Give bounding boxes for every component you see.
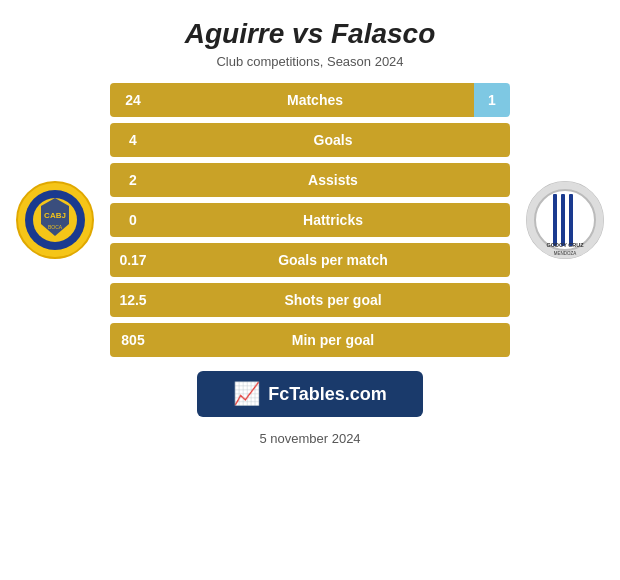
- stat-left-val-shots-per-goal: 12.5: [110, 283, 156, 317]
- fctables-banner: 📈 FcTables.com: [197, 371, 423, 417]
- right-team-logo: GODOY CRUZ MENDOZA: [510, 180, 620, 260]
- fctables-text: FcTables.com: [268, 384, 387, 405]
- stat-label-hattricks: Hattricks: [156, 203, 510, 237]
- fctables-icon: 📈: [233, 381, 260, 407]
- stat-left-val-hattricks: 0: [110, 203, 156, 237]
- subtitle: Club competitions, Season 2024: [216, 54, 403, 69]
- stat-left-val-matches: 24: [110, 83, 156, 117]
- svg-rect-9: [561, 194, 565, 246]
- stat-label-shots-per-goal: Shots per goal: [156, 283, 510, 317]
- svg-rect-8: [553, 194, 557, 246]
- svg-text:GODOY CRUZ: GODOY CRUZ: [546, 242, 584, 248]
- stat-row-min-per-goal: 805Min per goal: [110, 323, 510, 357]
- svg-text:CABJ: CABJ: [44, 211, 66, 220]
- stat-left-val-min-per-goal: 805: [110, 323, 156, 357]
- stat-row-shots-per-goal: 12.5Shots per goal: [110, 283, 510, 317]
- stat-row-goals: 4Goals: [110, 123, 510, 157]
- stat-row-matches: 24Matches1: [110, 83, 510, 117]
- stat-label-min-per-goal: Min per goal: [156, 323, 510, 357]
- svg-text:BOCA: BOCA: [48, 224, 63, 230]
- stat-label-matches: Matches: [156, 83, 474, 117]
- stat-left-val-goals: 4: [110, 123, 156, 157]
- stats-column: 24Matches14Goals2Assists0Hattricks0.17Go…: [110, 83, 510, 357]
- stat-left-val-assists: 2: [110, 163, 156, 197]
- stat-label-goals-per-match: Goals per match: [156, 243, 510, 277]
- stat-right-val-matches: 1: [474, 83, 510, 117]
- stat-row-goals-per-match: 0.17Goals per match: [110, 243, 510, 277]
- stat-row-assists: 2Assists: [110, 163, 510, 197]
- footer-date: 5 november 2024: [259, 431, 360, 446]
- left-team-logo: CABJ BOCA: [0, 180, 110, 260]
- stat-label-goals: Goals: [156, 123, 510, 157]
- stat-row-hattricks: 0Hattricks: [110, 203, 510, 237]
- stat-left-val-goals-per-match: 0.17: [110, 243, 156, 277]
- svg-text:MENDOZA: MENDOZA: [554, 251, 577, 256]
- page-title: Aguirre vs Falasco: [185, 18, 436, 50]
- svg-rect-10: [569, 194, 573, 246]
- stat-label-assists: Assists: [156, 163, 510, 197]
